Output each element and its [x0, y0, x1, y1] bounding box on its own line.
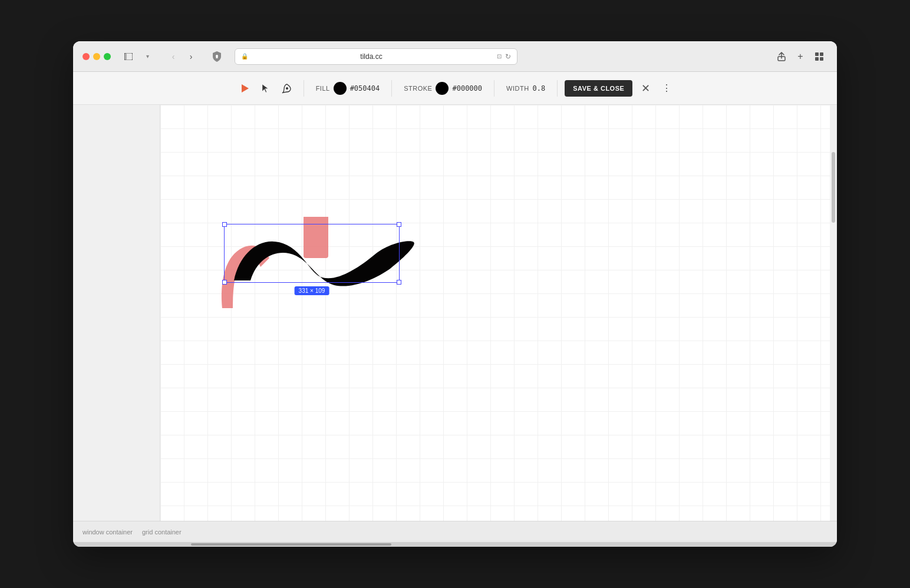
lock-icon: 🔒 [241, 53, 248, 60]
new-tab-icon[interactable]: + [792, 48, 809, 65]
svg-rect-1 [124, 53, 127, 60]
window-container-label: window container [83, 528, 133, 536]
reload-icon[interactable]: ↻ [505, 52, 511, 61]
fill-label: FILL [316, 85, 330, 92]
back-button[interactable]: ‹ [165, 48, 182, 65]
canvas-area: 331 × 109 [73, 105, 837, 521]
svg-rect-5 [815, 52, 819, 56]
url-text: tilda.cc [252, 52, 491, 61]
forward-button[interactable]: › [183, 48, 199, 65]
traffic-lights [83, 53, 111, 60]
share-icon[interactable] [773, 48, 790, 65]
title-bar: ▾ ‹ › 🔒 tilda.cc ⊡ ↻ [73, 41, 837, 72]
window-controls: ▾ [120, 50, 156, 63]
svg-rect-7 [815, 57, 819, 61]
navigation-buttons: ‹ › [165, 48, 199, 65]
save-close-button[interactable]: SAVE & CLOSE [565, 80, 632, 97]
minimize-button[interactable] [93, 53, 100, 60]
scrollbar-right[interactable] [830, 105, 837, 521]
toolbar-separator-1 [304, 80, 304, 97]
fill-hex-value: #050404 [350, 84, 380, 93]
width-group: WIDTH 0.8 [506, 84, 545, 93]
fullscreen-button[interactable] [104, 53, 111, 60]
more-options-button[interactable]: ⋮ [658, 80, 675, 97]
bottom-bar: window container grid container [73, 521, 837, 542]
chevron-down-icon[interactable]: ▾ [139, 50, 156, 63]
toolbar-separator-4 [557, 80, 558, 97]
stroke-color-swatch[interactable] [436, 82, 449, 95]
close-button[interactable] [83, 53, 90, 60]
h-scrollbar-thumb[interactable] [191, 543, 391, 546]
pen-tool-button[interactable] [278, 79, 296, 98]
sidebar-toggle-button[interactable] [120, 50, 137, 63]
privacy-icon [209, 48, 225, 65]
canvas-content[interactable]: 331 × 109 [160, 105, 830, 521]
width-label: WIDTH [506, 85, 529, 92]
toolbar-separator-2 [391, 80, 392, 97]
play-icon [242, 84, 249, 93]
bottom-scrollbar[interactable] [73, 542, 837, 547]
fill-group: FILL #050404 [316, 82, 380, 95]
grid-container-label: grid container [142, 528, 182, 536]
stroke-label: STROKE [404, 85, 432, 92]
reader-mode-icon[interactable]: ⊡ [497, 53, 502, 60]
fill-color-swatch[interactable] [334, 82, 347, 95]
width-value: 0.8 [533, 84, 546, 93]
title-bar-actions: + [773, 48, 827, 65]
editor-toolbar: FILL #050404 STROKE #000000 WIDTH 0.8 SA… [73, 72, 837, 105]
main-svg-shape [228, 227, 417, 298]
play-tool-button[interactable] [235, 79, 254, 98]
address-bar[interactable]: 🔒 tilda.cc ⊡ ↻ [235, 48, 517, 65]
browser-window: ▾ ‹ › 🔒 tilda.cc ⊡ ↻ [73, 41, 837, 547]
stroke-hex-value: #000000 [452, 84, 482, 93]
svg-rect-3 [216, 57, 218, 58]
stroke-group: STROKE #000000 [404, 82, 482, 95]
cursor-tool-button[interactable] [256, 79, 275, 98]
toolbar-separator-3 [494, 80, 494, 97]
left-panel [73, 105, 160, 521]
close-editor-button[interactable]: ✕ [637, 80, 654, 97]
tool-group-primary [235, 79, 296, 98]
svg-rect-8 [820, 57, 823, 61]
scrollbar-thumb[interactable] [832, 152, 835, 223]
svg-point-9 [286, 87, 288, 90]
grid-view-icon[interactable] [811, 48, 827, 65]
svg-rect-6 [820, 52, 823, 56]
